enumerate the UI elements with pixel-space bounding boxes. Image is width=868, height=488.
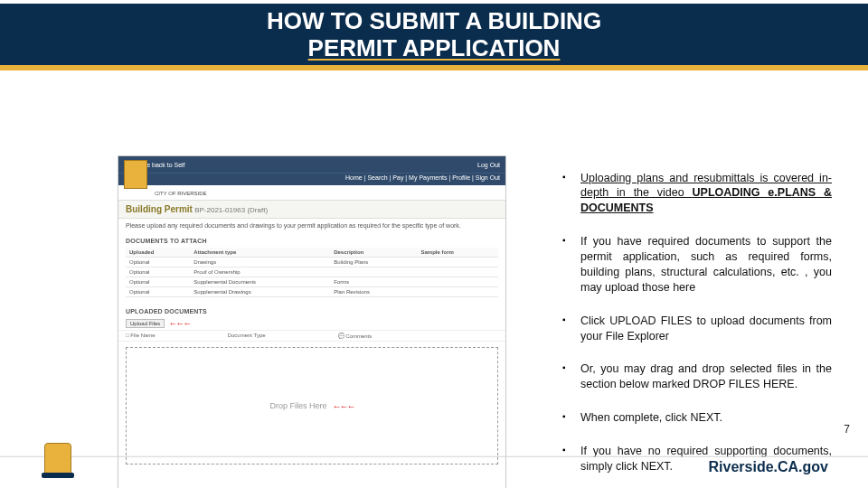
bullet-item: When complete, click NEXT. (562, 410, 832, 426)
bullet-item: Click UPLOAD FILES to upload documents f… (562, 314, 832, 344)
footer-site: Riverside.CA.gov (709, 459, 828, 475)
footer-logo-icon (38, 432, 78, 475)
screenshot-doc-table: Uploaded Attachment type Description Sam… (126, 248, 498, 297)
bullet-list: Uploading plans and resubmittals is cove… (526, 171, 832, 489)
screenshot-instructions: Please upload any required documents and… (118, 219, 505, 232)
screenshot-section-doc: DOCUMENTS TO ATTACH (118, 232, 505, 246)
screenshot-upload-button: Upload Files (126, 319, 165, 328)
screenshot-nav: Home | Search | Pay | My Payments | Prof… (118, 173, 505, 185)
page-title: HOW TO SUBMIT A BUILDING PERMIT APPLICAT… (0, 7, 868, 61)
title-line-2: PERMIT APPLICATION (0, 34, 868, 61)
footer-divider (0, 455, 868, 457)
table-row: OptionalSupplemental DrawingsPlan Revisi… (126, 287, 498, 297)
screenshot-page-head: Building Permit BP-2021-01963 (Draft) (118, 200, 505, 219)
page-number: 7 (844, 423, 850, 436)
screenshot-section-upload: UPLOADED DOCUMENTS (118, 303, 505, 316)
bullet-item: If you have required documents to suppor… (562, 234, 832, 296)
red-arrow-icon: ←←← (168, 318, 190, 328)
screenshot-dropzone: Drop Files Here ←←← (126, 347, 498, 465)
screenshot-page-title: Building Permit (126, 204, 193, 214)
title-line-1: HOW TO SUBMIT A BUILDING (0, 7, 868, 34)
bullet-item: Or, you may drag and drop selected files… (562, 361, 832, 392)
table-row: OptionalSupplemental DocumentsForms (126, 277, 498, 287)
screenshot-page-code: BP-2021-01963 (Draft) (194, 206, 268, 214)
screenshot-file-header: □ File Name Document Type 💬 Comments (118, 330, 505, 342)
screenshot-logout: Log Out (477, 162, 500, 168)
title-underline (0, 65, 868, 70)
screenshot-brand: CITY OF RIVERSIDE (118, 185, 505, 200)
bullet-item: Uploading plans and resubmittals is cove… (562, 171, 832, 217)
screenshot-preview: Welcome back to Self Log Out Home | Sear… (118, 155, 506, 488)
table-row: OptionalDrawingsBuilding Plans (126, 258, 498, 267)
screenshot-logo-icon (124, 160, 147, 189)
red-arrow-icon: ←←← (333, 401, 354, 411)
table-row: OptionalProof of Ownership (126, 267, 498, 277)
